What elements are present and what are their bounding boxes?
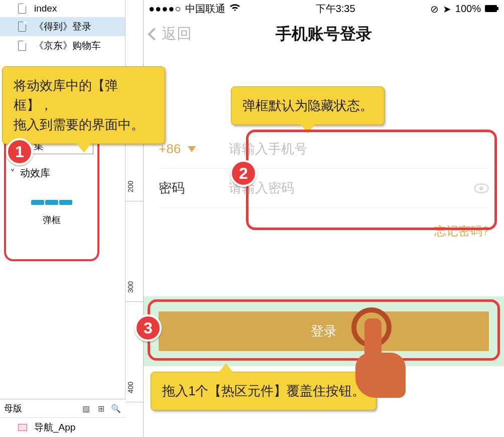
add-folder-icon[interactable]: ▧ <box>80 403 91 414</box>
back-button[interactable]: 返回 <box>150 24 192 44</box>
file-icon <box>18 22 26 32</box>
back-label: 返回 <box>162 24 192 44</box>
location-icon: ➤ <box>443 3 451 15</box>
nav-bar: 返回 手机账号登录 <box>144 18 504 59</box>
add-page-icon[interactable]: ⊞ <box>95 403 106 414</box>
highlight-box-login <box>148 299 500 361</box>
master-header: 母版 ▧ ⊞ 🔍 <box>0 399 125 418</box>
svg-rect-1 <box>497 7 498 10</box>
file-icon <box>18 4 26 14</box>
master-panel: 母版 ▧ ⊞ 🔍 导航_App <box>0 399 125 437</box>
master-item-label: 导航_App <box>34 421 75 434</box>
callout-text: 拖入到需要的界面中。 <box>14 115 154 135</box>
library-section[interactable]: ˅ 动效库 <box>10 166 93 180</box>
expand-icon: ˅ <box>10 167 15 179</box>
callout-1: 将动效库中的【弹框】， 拖入到需要的界面中。 <box>2 66 165 144</box>
master-item-nav-app[interactable]: 导航_App <box>0 418 125 437</box>
page-item-label: index <box>34 3 57 14</box>
clock-label: 下午3:35 <box>316 2 355 16</box>
country-code-dropdown[interactable]: +86 <box>159 141 229 157</box>
page-title: 手机账号登录 <box>144 23 504 45</box>
tile-preview-icon <box>24 200 79 205</box>
rotation-lock-icon: ⊘ <box>430 3 439 15</box>
signal-dots-icon: ●●●●○ <box>149 3 181 15</box>
callout-2: 弹框默认为隐藏状态。 <box>231 86 385 125</box>
file-icon <box>18 41 26 51</box>
page-item-dedao-login[interactable]: 《得到》登录 <box>0 17 125 36</box>
library-section-label: 动效库 <box>20 166 50 180</box>
battery-label: 100% <box>455 3 481 15</box>
page-item-label: 《京东》购物车 <box>34 39 101 52</box>
callout-text: 将动效库中的【弹框】， <box>14 76 154 115</box>
carrier-label: 中国联通 <box>185 2 225 16</box>
chevron-down-icon <box>188 146 196 152</box>
page-item-jd-cart[interactable]: 《京东》购物车 <box>0 36 125 55</box>
page-list: index 《得到》登录 《京东》购物车 <box>0 0 125 55</box>
password-label: 密码 <box>159 179 229 197</box>
master-header-label: 母版 <box>4 402 22 414</box>
callout-text: 弹框默认为隐藏状态。 <box>242 98 373 113</box>
folder-icon <box>18 424 27 431</box>
battery-icon <box>485 3 499 15</box>
svg-rect-0 <box>485 5 497 12</box>
ruler-vertical: 100 200 300 400 <box>125 0 144 437</box>
ruler-tick-label: 300 <box>127 273 135 293</box>
highlight-box-inputs <box>246 130 497 230</box>
tile-label: 弹框 <box>24 214 79 226</box>
status-bar: ●●●●○ 中国联通 下午3:35 ⊘ ➤ 100% <box>144 0 504 18</box>
ruler-tick-label: 400 <box>127 373 135 393</box>
callout-3: 拖入1个【热区元件】覆盖住按钮。 <box>151 372 376 410</box>
step-badge-2: 2 <box>230 160 257 187</box>
chevron-left-icon <box>148 28 160 40</box>
page-item-index[interactable]: index <box>0 0 125 17</box>
search-icon[interactable]: 🔍 <box>110 403 121 414</box>
library-tile-dialog[interactable]: 弹框 <box>24 200 79 226</box>
step-badge-3: 3 <box>135 314 162 342</box>
sidebar: index 《得到》登录 《京东》购物车 集 ▼ ˅ 动效库 弹框 母版 <box>0 0 125 437</box>
page-item-label: 《得到》登录 <box>34 20 91 33</box>
wifi-icon <box>229 3 240 15</box>
callout-text: 拖入1个【热区元件】覆盖住按钮。 <box>162 383 365 398</box>
ruler-tick-label: 200 <box>127 172 135 192</box>
step-badge-1: 1 <box>6 138 33 165</box>
